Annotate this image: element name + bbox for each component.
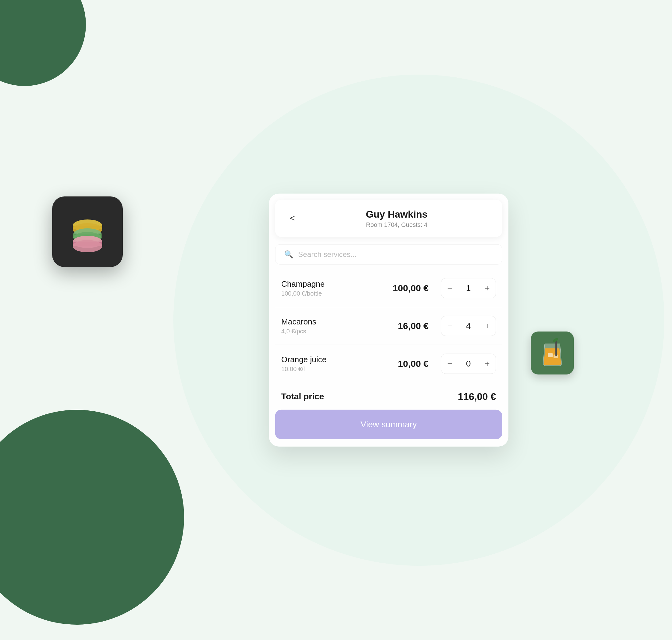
item-total: 16,00 € (386, 321, 429, 331)
header-section: < Guy Hawkins Room 1704, Guests: 4 (275, 200, 502, 237)
item-total: 10,00 € (386, 359, 429, 369)
increment-button[interactable]: + (479, 354, 496, 374)
total-label: Total price (281, 392, 324, 402)
juice-image (531, 332, 574, 375)
quantity-stepper: − 1 + (441, 278, 496, 299)
search-icon: 🔍 (284, 250, 293, 259)
search-bar[interactable]: 🔍 Search services... (275, 244, 502, 265)
search-placeholder: Search services... (298, 250, 357, 259)
item-row: Orange juice 10,00 €/l 10,00 € − 0 + (275, 345, 502, 382)
back-button[interactable]: < (288, 212, 297, 224)
view-summary-button[interactable]: View summary (275, 410, 502, 439)
increment-button[interactable]: + (479, 316, 496, 336)
items-section: Champagne 100,00 €/bottle 100,00 € − 1 +… (269, 270, 509, 382)
svg-rect-11 (555, 339, 557, 356)
quantity-value: 1 (458, 283, 479, 293)
item-info: Macarons 4,0 €/pcs (281, 317, 380, 335)
item-row: Champagne 100,00 €/bottle 100,00 € − 1 + (275, 270, 502, 307)
guest-info: Room 1704, Guests: 4 (304, 221, 490, 228)
total-row: Total price 116,00 € (269, 382, 509, 410)
item-row: Macarons 4,0 €/pcs 16,00 € − 4 + (275, 307, 502, 345)
decrement-button[interactable]: − (441, 354, 458, 374)
svg-point-8 (73, 240, 102, 252)
quantity-value: 4 (458, 321, 479, 331)
item-price-unit: 4,0 €/pcs (281, 328, 380, 335)
quantity-stepper: − 4 + (441, 316, 496, 336)
main-card: < Guy Hawkins Room 1704, Guests: 4 🔍 Sea… (269, 193, 509, 446)
guest-name: Guy Hawkins (304, 208, 490, 220)
item-name: Orange juice (281, 355, 380, 364)
item-name: Champagne (281, 279, 380, 289)
decrement-button[interactable]: − (441, 316, 458, 336)
item-total: 100,00 € (386, 283, 429, 293)
bg-corner-decoration (0, 0, 86, 86)
increment-button[interactable]: + (479, 278, 496, 298)
item-price-unit: 100,00 €/bottle (281, 290, 380, 297)
quantity-value: 0 (458, 359, 479, 369)
item-info: Champagne 100,00 €/bottle (281, 279, 380, 297)
decrement-button[interactable]: − (441, 278, 458, 298)
svg-rect-9 (548, 353, 553, 357)
item-info: Orange juice 10,00 €/l (281, 355, 380, 373)
header-text: Guy Hawkins Room 1704, Guests: 4 (304, 208, 490, 228)
macaron-image (52, 197, 123, 267)
item-name: Macarons (281, 317, 380, 326)
total-value: 116,00 € (458, 391, 496, 403)
item-price-unit: 10,00 €/l (281, 366, 380, 373)
quantity-stepper: − 0 + (441, 354, 496, 374)
bg-blob-decoration (0, 410, 184, 625)
